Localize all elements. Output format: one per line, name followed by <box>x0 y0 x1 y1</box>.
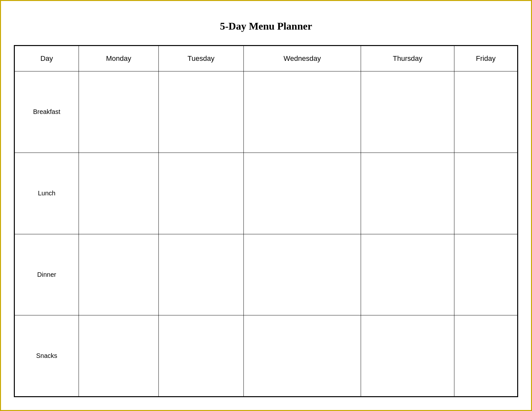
cell-lunch-tuesday[interactable] <box>158 153 243 234</box>
header-monday: Monday <box>79 46 159 71</box>
label-dinner: Dinner <box>14 234 79 315</box>
label-snacks: Snacks <box>14 315 79 397</box>
cell-snacks-friday[interactable] <box>454 315 518 397</box>
row-breakfast: Breakfast <box>14 71 518 153</box>
cell-breakfast-tuesday[interactable] <box>158 71 243 153</box>
cell-dinner-friday[interactable] <box>454 234 518 315</box>
cell-dinner-monday[interactable] <box>79 234 159 315</box>
cell-snacks-tuesday[interactable] <box>158 315 243 397</box>
label-lunch: Lunch <box>14 153 79 234</box>
header-day: Day <box>14 46 79 71</box>
cell-breakfast-friday[interactable] <box>454 71 518 153</box>
row-lunch: Lunch <box>14 153 518 234</box>
row-dinner: Dinner <box>14 234 518 315</box>
header-wednesday: Wednesday <box>243 46 361 71</box>
cell-snacks-monday[interactable] <box>79 315 159 397</box>
header-tuesday: Tuesday <box>158 46 243 71</box>
cell-snacks-wednesday[interactable] <box>243 315 361 397</box>
cell-dinner-wednesday[interactable] <box>243 234 361 315</box>
cell-dinner-tuesday[interactable] <box>158 234 243 315</box>
cell-snacks-thursday[interactable] <box>361 315 454 397</box>
cell-lunch-thursday[interactable] <box>361 153 454 234</box>
cell-breakfast-wednesday[interactable] <box>243 71 361 153</box>
menu-planner-table: Day Monday Tuesday Wednesday Thursday Fr… <box>14 45 518 397</box>
label-breakfast: Breakfast <box>14 71 79 153</box>
header-row: Day Monday Tuesday Wednesday Thursday Fr… <box>14 46 518 71</box>
page-title: 5-Day Menu Planner <box>220 20 312 32</box>
row-snacks: Snacks <box>14 315 518 397</box>
cell-dinner-thursday[interactable] <box>361 234 454 315</box>
cell-lunch-wednesday[interactable] <box>243 153 361 234</box>
cell-lunch-monday[interactable] <box>79 153 159 234</box>
header-friday: Friday <box>454 46 518 71</box>
cell-breakfast-thursday[interactable] <box>361 71 454 153</box>
cell-lunch-friday[interactable] <box>454 153 518 234</box>
cell-breakfast-monday[interactable] <box>79 71 159 153</box>
header-thursday: Thursday <box>361 46 454 71</box>
